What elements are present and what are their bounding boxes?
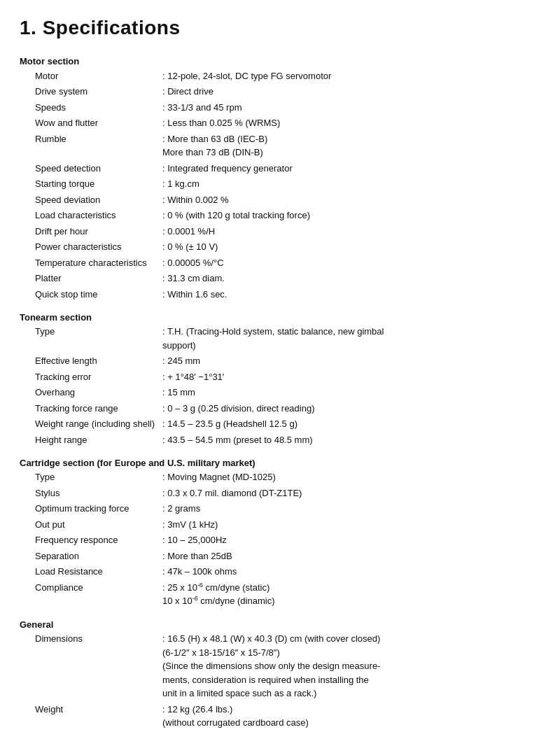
spec-label: Dimensions (20, 631, 160, 702)
motor-section: Motor section Motor : 12-pole, 24-slot, … (20, 56, 540, 302)
motor-spec-table: Motor : 12-pole, 24-slot, DC type FG ser… (20, 68, 540, 302)
table-row: Effective length : 245 mm (20, 353, 540, 370)
spec-value: : 10 – 25,000Hz (160, 533, 540, 549)
table-row: Stylus : 0.3 x 0.7 mil. diamond (DT-Z1TE… (20, 485, 540, 501)
table-row: Weight range (including shell) : 14.5 – … (20, 416, 540, 432)
table-row: Speeds : 33-1/3 and 45 rpm (20, 99, 540, 115)
table-row: Platter : 31.3 cm diam. (20, 271, 540, 287)
table-row: Tracking error : + 1°48′ −1°31′ (20, 369, 540, 385)
table-row: Type : Moving Magnet (MD-1025) (20, 470, 540, 486)
cartridge-section-title: Cartridge section (for Europe and U.S. m… (20, 458, 540, 468)
spec-value: : 0.00005 %/°C (160, 255, 540, 271)
spec-label: Frequency responce (20, 533, 160, 549)
spec-value: : 2 grams (160, 501, 540, 517)
spec-label: Quick stop time (20, 286, 160, 302)
spec-value: : 47k – 100k ohms (160, 564, 540, 580)
spec-value: : 31.3 cm diam. (160, 271, 540, 287)
spec-label: Speeds (20, 99, 160, 115)
spec-label: Type (20, 470, 160, 486)
spec-label: Compliance (20, 579, 160, 610)
cartridge-spec-table: Type : Moving Magnet (MD-1025) Stylus : … (20, 470, 540, 610)
spec-value: : 14.5 – 23.5 g (Headshell 12.5 g) (160, 416, 540, 432)
spec-label: Drive system (20, 84, 160, 100)
spec-label: Out put (20, 516, 160, 533)
spec-label: Weight range (including shell) (20, 416, 160, 432)
spec-label: Motor (20, 68, 160, 84)
table-row: Out put : 3mV (1 kHz) (20, 516, 540, 533)
spec-value: : More than 25dB (160, 548, 540, 564)
table-row: Weight : 12 kg (26.4 lbs.)(without corru… (20, 701, 540, 731)
spec-label: Tracking force range (20, 400, 160, 416)
spec-value: : More than 63 dB (IEC-B)More than 73 dB… (160, 131, 540, 160)
spec-value: : 43.5 – 54.5 mm (preset to 48.5 mm) (160, 432, 540, 448)
spec-value: : 12-pole, 24-slot, DC type FG servomoto… (160, 68, 540, 84)
spec-value: : 0.3 x 0.7 mil. diamond (DT-Z1TE) (160, 485, 540, 501)
spec-value: : Direct drive (160, 84, 540, 100)
spec-label: Starting torque (20, 176, 160, 192)
spec-value: : + 1°48′ −1°31′ (160, 369, 540, 385)
spec-label: Power characteristics (20, 239, 160, 255)
spec-value: : 15 mm (160, 385, 540, 401)
table-row: Optimum tracking force : 2 grams (20, 501, 540, 517)
table-row: Starting torque : 1 kg.cm (20, 176, 540, 192)
spec-value: : Within 1.6 sec. (160, 286, 540, 302)
spec-value: : 0 – 3 g (0.25 division, direct reading… (160, 400, 540, 416)
spec-label: Platter (20, 271, 160, 287)
table-row: Load characteristics : 0 % (with 120 g t… (20, 208, 540, 224)
spec-value: : 12 kg (26.4 lbs.)(without corrugated c… (160, 701, 540, 731)
spec-label: Rumble (20, 131, 160, 160)
table-row: Drift per hour : 0.0001 %/H (20, 223, 540, 239)
table-row: Dimensions : 16.5 (H) x 48.1 (W) x 40.3 … (20, 631, 540, 702)
table-row: Rumble : More than 63 dB (IEC-B)More tha… (20, 131, 540, 160)
spec-value: : T.H. (Tracing-Hold system, static bala… (160, 324, 540, 353)
spec-label: Drift per hour (20, 223, 160, 239)
table-row: Wow and flutter : Less than 0.025 % (WRM… (20, 115, 540, 132)
spec-label: Type (20, 324, 160, 353)
table-row: Type : T.H. (Tracing-Hold system, static… (20, 324, 540, 353)
table-row: Height range : 43.5 – 54.5 mm (preset to… (20, 432, 540, 448)
spec-label: Wow and flutter (20, 115, 160, 132)
spec-label: Tracking error (20, 369, 160, 385)
spec-value: : 25 x 10-6 cm/dyne (static)10 x 10-6 cm… (160, 579, 540, 610)
spec-value: : 1 kg.cm (160, 176, 540, 192)
tonearm-section: Tonearm section Type : T.H. (Tracing-Hol… (20, 312, 540, 448)
table-row: Speed detection : Integrated frequency g… (20, 160, 540, 176)
spec-value: : Within 0.002 % (160, 192, 540, 208)
table-row: Motor : 12-pole, 24-slot, DC type FG ser… (20, 68, 540, 84)
spec-label: Load characteristics (20, 208, 160, 224)
table-row: Temperature characteristics : 0.00005 %/… (20, 255, 540, 271)
spec-value: : 16.5 (H) x 48.1 (W) x 40.3 (D) cm (wit… (160, 631, 540, 702)
general-section-title: General (20, 619, 540, 630)
spec-label: Effective length (20, 353, 160, 370)
table-row: Load Resistance : 47k – 100k ohms (20, 564, 540, 580)
spec-label: Speed detection (20, 160, 160, 176)
spec-value: : Moving Magnet (MD-1025) (160, 470, 540, 486)
spec-label: Height range (20, 432, 160, 448)
tonearm-section-title: Tonearm section (20, 312, 540, 323)
spec-value: : 0 % (± 10 V) (160, 239, 540, 255)
table-row: Quick stop time : Within 1.6 sec. (20, 286, 540, 302)
spec-label: Speed deviation (20, 192, 160, 208)
spec-value: : Less than 0.025 % (WRMS) (160, 115, 540, 132)
spec-label: Load Resistance (20, 564, 160, 580)
spec-label: Temperature characteristics (20, 255, 160, 271)
table-row: Separation : More than 25dB (20, 548, 540, 564)
spec-label: Stylus (20, 485, 160, 501)
spec-value: : Integrated frequency generator (160, 160, 540, 176)
spec-label: Weight (20, 701, 160, 731)
spec-label: Optimum tracking force (20, 501, 160, 517)
cartridge-section: Cartridge section (for Europe and U.S. m… (20, 458, 540, 610)
table-row: Power characteristics : 0 % (± 10 V) (20, 239, 540, 255)
table-row: Compliance : 25 x 10-6 cm/dyne (static)1… (20, 579, 540, 610)
table-row: Tracking force range : 0 – 3 g (0.25 div… (20, 400, 540, 416)
spec-label: Overhang (20, 385, 160, 401)
general-section: General Dimensions : 16.5 (H) x 48.1 (W)… (20, 619, 540, 731)
spec-value: : 33-1/3 and 45 rpm (160, 99, 540, 115)
spec-value: : 245 mm (160, 353, 540, 370)
page-title: 1. Specifications (20, 17, 540, 39)
spec-value: : 0.0001 %/H (160, 223, 540, 239)
spec-value: : 3mV (1 kHz) (160, 516, 540, 533)
tonearm-spec-table: Type : T.H. (Tracing-Hold system, static… (20, 324, 540, 448)
spec-label: Separation (20, 548, 160, 564)
table-row: Frequency responce : 10 – 25,000Hz (20, 533, 540, 549)
